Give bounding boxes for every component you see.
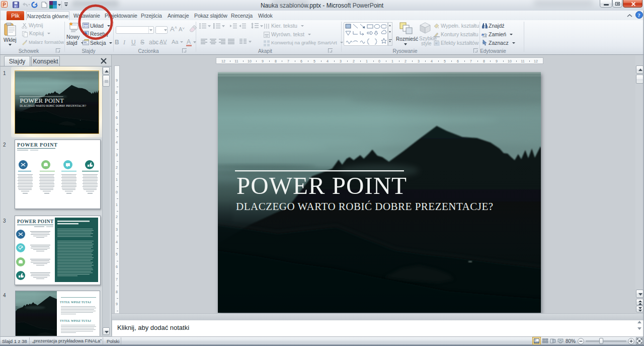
svg-text:?: ? [638,13,640,18]
svg-text:a: a [481,32,484,37]
svg-text:TYTUŁ WPISZ TUTAJ: TYTUŁ WPISZ TUTAJ [60,301,91,304]
svg-text:POWER POINT: POWER POINT [17,219,54,224]
svg-text:TYTUŁ WPISZ TUTAJ: TYTUŁ WPISZ TUTAJ [60,319,91,322]
svg-text:P: P [3,2,6,8]
svg-text:POWER POINT: POWER POINT [17,142,58,148]
